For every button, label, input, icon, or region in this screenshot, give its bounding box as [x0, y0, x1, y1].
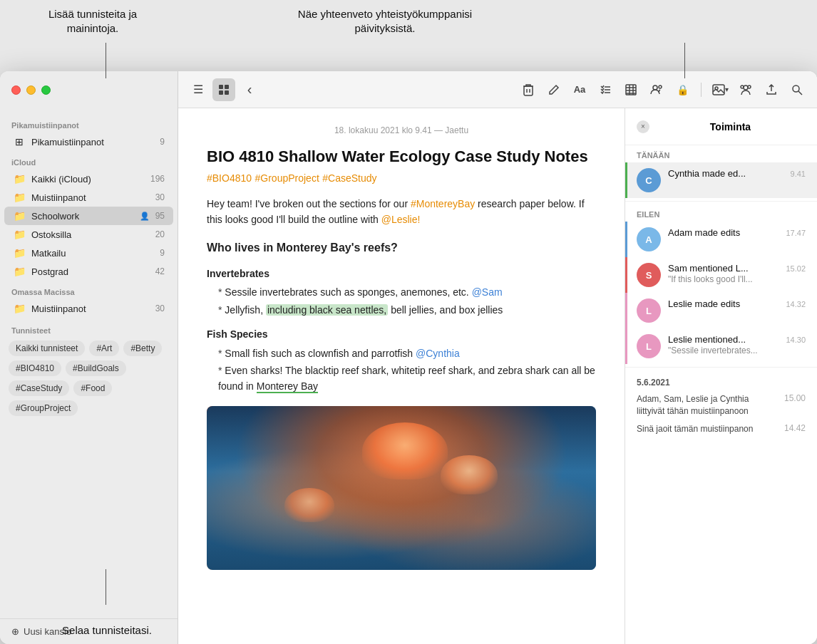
note-editor[interactable]: 18. lokakuu 2021 klo 9.41 — Jaettu BIO 4… — [178, 108, 625, 644]
grid-icon: ⊞ — [13, 135, 26, 148]
sidebar-label: Schoolwork — [31, 211, 134, 222]
photos-icon — [712, 84, 725, 95]
activity-item-sam[interactable]: S Sam mentioned L... "If this looks good… — [625, 257, 817, 293]
sidebar-item-muistiinpanot-icloud[interactable]: 📁 Muistiinpanot 30 — [4, 188, 173, 207]
callout-top-left: Lisää tunnisteita ja mainintoja. — [14, 7, 171, 35]
activity-older-text: Sinä jaoit tämän muistiinpanon — [637, 423, 753, 435]
content-area: 18. lokakuu 2021 klo 9.41 — Jaettu BIO 4… — [178, 108, 817, 644]
folder-icon: 📁 — [13, 265, 26, 278]
sidebar-content: Pikamuistiinpanot ⊞ Pikamuistiinpanot 9 … — [0, 108, 178, 618]
search-button[interactable] — [786, 78, 808, 101]
section-label-icloud: iCloud — [0, 151, 178, 170]
sidebar-item-kaikki[interactable]: 📁 Kaikki (iCloud) 196 — [4, 170, 173, 188]
tag-casestudy[interactable]: #CaseStudy — [322, 172, 376, 184]
tag-bio4810[interactable]: #BIO4810 — [207, 172, 252, 184]
tag-chip-bio4810[interactable]: #BIO4810 — [9, 360, 61, 376]
app-window: Pikamuistiinpanot ⊞ Pikamuistiinpanot 9 … — [0, 71, 817, 644]
section-label-mac: Omassa Macissa — [0, 281, 178, 299]
tags-section-label: Tunnisteet — [9, 326, 169, 335]
sidebar: Pikamuistiinpanot ⊞ Pikamuistiinpanot 9 … — [0, 71, 178, 644]
maximize-button[interactable] — [41, 85, 51, 95]
tag-chip-food[interactable]: #Food — [73, 380, 112, 396]
sidebar-label: Muistiinpanot — [31, 303, 150, 314]
activity-older-time: 15.00 — [784, 393, 806, 417]
activity-item-leslie-mention[interactable]: L Leslie mentioned... "Sessile invertebr… — [625, 328, 817, 364]
photos-button[interactable]: ▾ — [709, 78, 731, 101]
table-icon — [625, 84, 637, 95]
link-montereybay: Monterey Bay — [257, 380, 318, 393]
sidebar-item-ostoksilla[interactable]: 📁 Ostoksilla 20 — [4, 225, 173, 244]
main-content: ☰ ‹ — [178, 71, 817, 644]
list-view-button[interactable]: ☰ — [187, 78, 210, 101]
activity-item-name: Sam mentioned L... — [668, 263, 779, 274]
activity-close-button[interactable]: × — [637, 120, 649, 133]
activity-item-body: Leslie made edits — [668, 298, 779, 309]
new-folder-button[interactable]: ⊕ Uusi kansio — [0, 618, 178, 644]
tag-chip-casestudy[interactable]: #CaseStudy — [9, 380, 69, 396]
avatar-sam: S — [637, 263, 661, 287]
tag-groupproject[interactable]: #GroupProject — [255, 172, 319, 184]
edit-icon — [548, 84, 560, 95]
activity-header: × Toiminta — [625, 108, 817, 145]
jellyfish-1 — [362, 422, 448, 479]
avatar-leslie: L — [637, 298, 661, 323]
activity-item-adam[interactable]: A Adam made edits 17.47 — [625, 222, 817, 257]
activity-divider — [625, 201, 817, 202]
edit-note-button[interactable] — [543, 78, 565, 101]
titlebar — [0, 71, 178, 108]
tag-chip-betty[interactable]: #Betty — [123, 341, 162, 356]
folder-icon: 📁 — [13, 246, 26, 259]
svg-rect-2 — [219, 90, 223, 95]
share-people-button[interactable] — [734, 78, 757, 101]
grid-view-icon — [218, 84, 230, 95]
new-folder-label: Uusi kansio — [24, 626, 71, 637]
note-bullet-list-1: Sessile invertebrates such as sponges, a… — [207, 284, 596, 318]
minimize-button[interactable] — [26, 85, 36, 95]
close-button[interactable] — [11, 85, 21, 95]
today-label: TÄNÄÄN — [625, 145, 817, 162]
collaboration-button[interactable] — [645, 78, 668, 101]
delete-button[interactable] — [517, 78, 540, 101]
export-icon — [766, 84, 777, 95]
svg-rect-4 — [524, 86, 533, 95]
svg-point-20 — [744, 85, 748, 90]
tag-chip-all[interactable]: Kaikki tunnisteet — [9, 341, 85, 356]
activity-item-name: Adam made edits — [668, 227, 779, 238]
sidebar-item-schoolwork[interactable]: 📁 Schoolwork 👤 95 — [4, 207, 173, 225]
sidebar-count: 95 — [155, 211, 165, 221]
sidebar-count: 30 — [155, 192, 165, 202]
lock-button[interactable]: 🔒 — [671, 78, 694, 101]
activity-item-time: 9.41 — [791, 170, 806, 178]
sidebar-count: 30 — [155, 303, 165, 313]
svg-point-21 — [748, 85, 751, 88]
folder-icon: 📁 — [13, 302, 26, 315]
format-text-button[interactable]: Aa — [568, 78, 591, 101]
sidebar-item-muistiinpanot-mac[interactable]: 📁 Muistiinpanot 30 — [4, 299, 173, 318]
sidebar-item-pikamuistiinpanot[interactable]: ⊞ Pikamuistiinpanot 9 — [4, 133, 173, 151]
share-people-icon — [739, 84, 752, 95]
activity-item-cynthia[interactable]: C Cynthia made ed... 9.41 — [625, 162, 817, 198]
section-label-pikamuistiinpanot: Pikamuistiinpanot — [0, 114, 178, 133]
tag-chip-buildgoals[interactable]: #BuildGoals — [66, 360, 126, 376]
sidebar-item-matkailu[interactable]: 📁 Matkailu 9 — [4, 244, 173, 262]
activity-item-leslie-edits[interactable]: L Leslie made edits 14.32 — [625, 293, 817, 328]
trash-icon — [523, 83, 534, 96]
export-button[interactable] — [760, 78, 783, 101]
grid-view-button[interactable] — [212, 78, 235, 101]
svg-point-23 — [793, 85, 799, 92]
tag-chip-groupproject[interactable]: #GroupProject — [9, 400, 78, 416]
note-bullet-item: Even sharks! The blacktip reef shark, wh… — [218, 363, 596, 395]
back-button[interactable]: ‹ — [238, 78, 261, 101]
checklist-button[interactable] — [594, 78, 617, 101]
activity-item-preview: "Sessile invertebrates... — [668, 346, 779, 355]
table-button[interactable] — [620, 78, 642, 101]
activity-item-time: 14.32 — [786, 300, 806, 308]
tag-chip-art[interactable]: #Art — [89, 341, 119, 356]
folder-icon: 📁 — [13, 209, 26, 222]
activity-item-body: Leslie mentioned... "Sessile invertebrat… — [668, 334, 779, 355]
sidebar-count: 9 — [160, 137, 165, 147]
sidebar-count: 196 — [150, 174, 165, 184]
sidebar-item-postgrad[interactable]: 📁 Postgrad 42 — [4, 262, 173, 281]
toolbar-separator — [701, 83, 702, 97]
svg-rect-1 — [225, 85, 229, 89]
